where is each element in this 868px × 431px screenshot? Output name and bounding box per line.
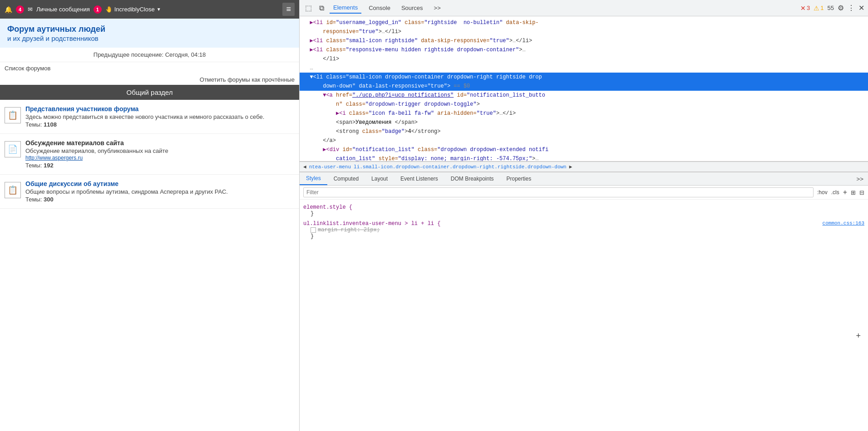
forum-name-1[interactable]: Представления участников форума <box>25 105 138 113</box>
tab-elements[interactable]: Elements <box>330 2 361 14</box>
username-link[interactable]: IncrediblyClose <box>114 6 155 13</box>
filter-input[interactable] <box>303 187 814 197</box>
forum-info-3: Общие дискуссии об аутизме Общие вопросы… <box>25 180 295 203</box>
left-panel: 🔔 4 ✉ Личные сообщения 1 🤚 IncrediblyClo… <box>0 0 300 431</box>
css-prop-margin-right-name: margin-right <box>318 227 357 233</box>
forum-title-line1: Форум аутичных людей <box>7 24 292 34</box>
user-section: 🤚 IncrediblyClose ▼ <box>105 6 161 13</box>
forum-desc-1: Здесь можно представиться в качестве нов… <box>25 113 295 120</box>
info-badge: 55 <box>828 5 834 11</box>
add-css-rule-button[interactable]: + <box>856 331 861 341</box>
dom-line-2[interactable]: responsive="true">…</li> <box>300 27 868 36</box>
bell-icon: 🔔 <box>5 6 12 13</box>
styles-tab-more[interactable]: >> <box>852 172 868 185</box>
forum-item-2: 📄 Обсуждение материалов сайта Обсуждение… <box>0 134 299 175</box>
devtools-close-button[interactable]: ✕ <box>858 4 864 12</box>
mark-read-bar: Отметить форумы как прочтённые <box>0 74 299 85</box>
forum-name-3[interactable]: Общие дискуссии об аутизме <box>25 180 118 187</box>
css-rule-element-style: element.style { } <box>303 204 864 217</box>
pm-icon: ✉ <box>28 6 33 13</box>
top-nav: 🔔 4 ✉ Личные сообщения 1 🤚 IncrediblyClo… <box>0 0 299 19</box>
tab-event-listeners[interactable]: Event Listeners <box>394 172 444 185</box>
tab-sources[interactable]: Sources <box>398 3 427 13</box>
mark-read-link[interactable]: Отметить форумы как прочтённые <box>200 76 295 83</box>
styles-tabs-bar: Styles Computed Layout Event Listeners D… <box>300 172 868 186</box>
breadcrumb-back-arrow[interactable]: ◀ <box>303 164 306 170</box>
tab-more[interactable]: >> <box>430 3 444 13</box>
forum-topics-1: Темы: 1108 <box>25 121 295 128</box>
device-toolbar-button[interactable]: ⧉ <box>317 3 326 13</box>
forum-header: Форум аутичных людей и их друзей и родст… <box>0 19 299 48</box>
forum-name-2[interactable]: Обсуждение материалов сайта <box>25 139 124 147</box>
css-rules-area: element.style { } ul.linklist.inventea-u… <box>300 200 868 344</box>
filter-cls-button[interactable]: .cls <box>831 189 839 196</box>
dom-line-8a[interactable]: ▼<a href="./ucp.php?i=ucp_notifications"… <box>300 91 868 100</box>
linklist-props: margin-right: 21px; <box>311 227 864 233</box>
last-visit: Предыдущее посещение: Сегодня, 04:18 <box>0 48 299 62</box>
forum-topics-2: Темы: 192 <box>25 162 295 169</box>
error-badge: ✕ 3 <box>800 5 810 12</box>
filter-bar: :hov .cls + ⊞ ⊟ <box>300 186 868 200</box>
breadcrumb-item-2[interactable]: li.small-icon.dropdown-container.dropdow… <box>354 164 567 170</box>
dom-line-selected-1[interactable]: ▼<li class="small-icon dropdown-containe… <box>300 73 868 82</box>
devtools-settings-button[interactable]: ⚙ <box>838 4 844 12</box>
forum-desc-2: Обсуждение материалов, опубликованных на… <box>25 147 295 154</box>
tab-console[interactable]: Console <box>365 3 394 13</box>
tab-layout[interactable]: Layout <box>365 172 394 185</box>
tab-computed[interactable]: Computed <box>327 172 365 185</box>
dom-line-3[interactable]: ▶<li class="small-icon rightside" data-s… <box>300 36 868 45</box>
forum-url-2[interactable]: http://www.aspergers.ru <box>25 155 83 161</box>
dom-line-11[interactable]: <strong class="badge">4</strong> <box>300 127 868 136</box>
select-element-button[interactable]: ⬚ <box>303 3 314 13</box>
css-rules-list: element.style { } ul.linklist.inventea-u… <box>300 200 868 344</box>
forum-icon-1: 📋 <box>5 107 21 123</box>
hamburger-button[interactable]: ≡ <box>282 3 295 16</box>
devtools-panel: ⬚ ⧉ Elements Console Sources >> ✕ 3 ⚠ 1 … <box>300 0 868 431</box>
dom-line-13a[interactable]: ▶<div id="notification_list" class="drop… <box>300 145 868 154</box>
notification-badge[interactable]: 4 <box>16 5 24 14</box>
forum-item-1: 📋 Представления участников форума Здесь … <box>0 100 299 134</box>
css-source-link[interactable]: common.css:163 <box>823 220 864 226</box>
styles-panel: Styles Computed Layout Event Listeners D… <box>300 172 868 344</box>
pm-badge[interactable]: 1 <box>94 5 102 14</box>
filter-hov-button[interactable]: :hov <box>817 189 828 196</box>
tab-dom-breakpoints[interactable]: DOM Breakpoints <box>444 172 500 185</box>
filter-icon-1[interactable]: ⊞ <box>851 189 856 196</box>
breadcrumb: Список форумов <box>0 62 299 74</box>
devtools-topbar: ⬚ ⧉ Elements Console Sources >> ✕ 3 ⚠ 1 … <box>300 0 868 16</box>
dom-line-1[interactable]: ▶<li id="username_logged_in" class="righ… <box>300 18 868 27</box>
forum-icon-3: 📋 <box>5 182 21 198</box>
forum-info-1: Представления участников форума Здесь мо… <box>25 105 295 128</box>
tab-properties[interactable]: Properties <box>500 172 538 185</box>
hand-icon: 🤚 <box>105 6 113 13</box>
filter-add-rule-button[interactable]: + <box>843 188 847 196</box>
linklist-selector: ul.linklist.inventea-user-menu > li + li… <box>303 220 864 227</box>
forum-desc-3: Общие вопросы и проблемы аутизма, синдро… <box>25 188 295 195</box>
dom-line-9[interactable]: ▶<i class="icon fa-bell fa-fw" aria-hidd… <box>300 109 868 118</box>
dom-line-selected-2[interactable]: down-down" data-last-responsive="true"> … <box>300 82 868 91</box>
devtools-more-button[interactable]: ⋮ <box>848 4 855 12</box>
filter-icon-2[interactable]: ⊟ <box>859 189 864 196</box>
dom-line-4[interactable]: ▶<li class="responsive-menu hidden right… <box>300 45 868 54</box>
dom-line-10[interactable]: <span>Уведомления </span> <box>300 118 868 127</box>
css-prop-checkbox[interactable] <box>311 227 316 233</box>
dom-line-8b[interactable]: n" class="dropdown-trigger dropdown-togg… <box>300 100 868 109</box>
dom-breadcrumb: ◀ ntea-user-menu li.small-icon.dropdown-… <box>300 162 868 172</box>
css-prop-margin-right-val: : 21px; <box>357 227 380 233</box>
warning-badge: ⚠ 1 <box>814 5 824 12</box>
linklist-close: } <box>311 233 864 240</box>
element-style-close: } <box>311 211 864 217</box>
breadcrumb-item-1[interactable]: ntea-user-menu <box>309 164 351 170</box>
dom-line-13b[interactable]: cation_list" style="display: none; margi… <box>300 154 868 162</box>
dom-line-ellipsis: … <box>300 64 868 73</box>
user-dropdown-arrow[interactable]: ▼ <box>157 7 161 12</box>
dom-tree[interactable]: ▶<li id="username_logged_in" class="righ… <box>300 16 868 162</box>
forum-topics-3: Темы: 300 <box>25 196 295 203</box>
dom-line-5[interactable]: </li> <box>300 54 868 64</box>
forum-title-line2: и их друзей и родственников <box>7 34 292 42</box>
section-header: Общий раздел <box>0 85 299 100</box>
css-rule-linklist: ul.linklist.inventea-user-menu > li + li… <box>303 220 864 240</box>
breadcrumb-forward-arrow[interactable]: ▶ <box>569 164 572 170</box>
dom-line-12[interactable]: </a> <box>300 136 868 145</box>
tab-styles[interactable]: Styles <box>300 172 327 185</box>
